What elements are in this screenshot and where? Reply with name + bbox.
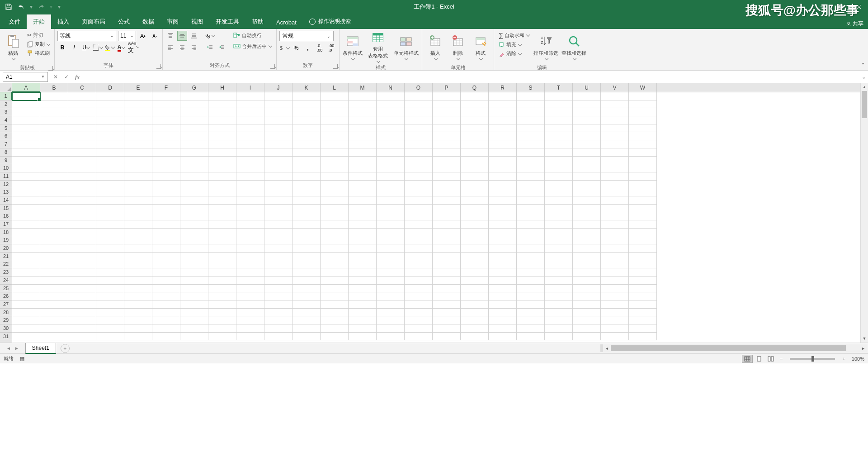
cell[interactable] xyxy=(180,324,208,333)
conditional-format-button[interactable]: 条件格式 xyxy=(342,31,363,62)
row-header[interactable]: 24 xyxy=(0,277,12,285)
cell[interactable] xyxy=(180,132,208,140)
cell[interactable] xyxy=(601,277,629,285)
cell[interactable] xyxy=(461,181,489,189)
cell[interactable] xyxy=(461,116,489,124)
cell[interactable] xyxy=(68,300,96,309)
cell[interactable] xyxy=(124,181,152,189)
cell[interactable] xyxy=(96,253,124,261)
cell[interactable] xyxy=(517,229,545,237)
cell[interactable] xyxy=(124,236,152,244)
cell[interactable] xyxy=(96,229,124,237)
cell[interactable] xyxy=(433,148,461,157)
cell[interactable] xyxy=(321,108,349,116)
cell[interactable] xyxy=(152,253,180,261)
cell[interactable] xyxy=(349,108,377,116)
cell[interactable] xyxy=(349,124,377,133)
format-cells-button[interactable]: 格式 xyxy=(470,31,491,62)
cell[interactable] xyxy=(124,205,152,213)
cell[interactable] xyxy=(208,220,236,229)
cell[interactable] xyxy=(40,292,68,300)
cell[interactable] xyxy=(377,277,405,285)
cell[interactable] xyxy=(321,333,349,341)
cell[interactable] xyxy=(629,277,657,285)
share-button[interactable]: 共享 xyxy=(846,20,863,28)
cell[interactable] xyxy=(208,229,236,237)
page-layout-view-button[interactable] xyxy=(754,355,764,363)
cell[interactable] xyxy=(573,309,601,317)
cell[interactable] xyxy=(545,196,573,205)
cell[interactable] xyxy=(629,316,657,324)
cell[interactable] xyxy=(236,148,264,157)
row-header[interactable]: 8 xyxy=(0,148,12,157)
cell[interactable] xyxy=(292,157,321,165)
cell[interactable] xyxy=(152,316,180,324)
cell[interactable] xyxy=(377,309,405,317)
row-header[interactable]: 6 xyxy=(0,132,12,140)
cell[interactable] xyxy=(152,300,180,309)
cell[interactable] xyxy=(236,333,264,341)
cell[interactable] xyxy=(152,285,180,293)
cell[interactable] xyxy=(489,100,517,109)
cell[interactable] xyxy=(405,324,433,333)
cell[interactable] xyxy=(433,236,461,244)
cell[interactable] xyxy=(433,244,461,253)
enter-formula-button[interactable]: ✓ xyxy=(61,72,71,82)
cell[interactable] xyxy=(68,181,96,189)
row-header[interactable]: 11 xyxy=(0,172,12,181)
cell[interactable] xyxy=(321,164,349,172)
orientation-button[interactable]: ab xyxy=(205,31,215,41)
scroll-down-button[interactable]: ▼ xyxy=(861,335,868,343)
cell[interactable] xyxy=(601,181,629,189)
cell[interactable] xyxy=(377,181,405,189)
cell[interactable] xyxy=(208,277,236,285)
row-header[interactable]: 19 xyxy=(0,236,12,244)
cell[interactable] xyxy=(405,333,433,341)
cell[interactable] xyxy=(180,220,208,229)
cell[interactable] xyxy=(405,236,433,244)
cell[interactable] xyxy=(629,285,657,293)
cell[interactable] xyxy=(180,260,208,268)
cell[interactable] xyxy=(573,100,601,109)
cell[interactable] xyxy=(208,124,236,133)
qat-customize-icon[interactable]: ▾ xyxy=(58,4,61,10)
cell[interactable] xyxy=(433,181,461,189)
cell[interactable] xyxy=(461,188,489,196)
cell[interactable] xyxy=(264,292,292,300)
cell[interactable] xyxy=(601,172,629,181)
cell[interactable] xyxy=(461,157,489,165)
cell[interactable] xyxy=(545,172,573,181)
cell[interactable] xyxy=(433,124,461,133)
cell[interactable] xyxy=(629,212,657,220)
cell[interactable] xyxy=(545,92,573,100)
cell[interactable] xyxy=(405,220,433,229)
cell[interactable] xyxy=(292,108,321,116)
cell[interactable] xyxy=(40,316,68,324)
macro-record-icon[interactable]: ▦ xyxy=(20,356,24,362)
cell[interactable] xyxy=(264,140,292,148)
cell[interactable] xyxy=(12,244,40,253)
cell[interactable] xyxy=(208,116,236,124)
cell[interactable] xyxy=(180,253,208,261)
cell[interactable] xyxy=(236,196,264,205)
align-middle-button[interactable] xyxy=(177,31,187,41)
cell[interactable] xyxy=(96,260,124,268)
cell[interactable] xyxy=(349,140,377,148)
cell[interactable] xyxy=(40,212,68,220)
cell[interactable] xyxy=(629,236,657,244)
cell[interactable] xyxy=(292,92,321,100)
cell[interactable] xyxy=(321,116,349,124)
column-header[interactable]: O xyxy=(405,83,433,92)
cell[interactable] xyxy=(68,157,96,165)
cell[interactable] xyxy=(489,324,517,333)
cell[interactable] xyxy=(461,132,489,140)
cell[interactable] xyxy=(292,253,321,261)
cell[interactable] xyxy=(12,324,40,333)
cell[interactable] xyxy=(517,324,545,333)
cell[interactable] xyxy=(68,140,96,148)
cell[interactable] xyxy=(68,100,96,109)
cell[interactable] xyxy=(40,300,68,309)
cell[interactable] xyxy=(180,140,208,148)
cell[interactable] xyxy=(517,116,545,124)
cell[interactable] xyxy=(545,140,573,148)
